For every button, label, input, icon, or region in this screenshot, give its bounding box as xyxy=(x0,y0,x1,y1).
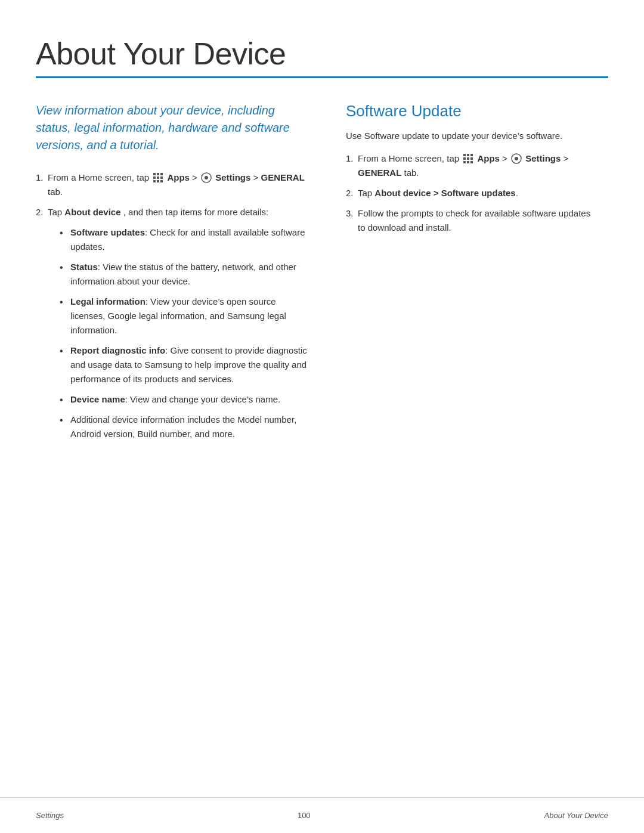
right-column: Software Update Use Software update to u… xyxy=(346,102,596,241)
bullet-list: Software updates: Check for and install … xyxy=(60,225,310,441)
right-step2-prefix: Tap xyxy=(358,188,372,198)
right-step2-suffix: . xyxy=(516,188,518,198)
step2-about-device: About device xyxy=(64,207,120,217)
svg-rect-2 xyxy=(160,173,163,175)
svg-rect-0 xyxy=(153,173,156,175)
right-step-1: From a Home screen, tap xyxy=(346,151,596,180)
svg-rect-3 xyxy=(153,176,156,179)
footer-left-label: Settings xyxy=(36,811,64,820)
step2-prefix: Tap xyxy=(48,207,62,217)
right-step-3: Follow the prompts to check for availabl… xyxy=(346,206,596,235)
left-step-2: Tap About device , and then tap items fo… xyxy=(36,205,310,441)
two-column-layout: View information about your device, incl… xyxy=(36,102,608,450)
page-footer: Settings 100 About Your Device xyxy=(0,797,644,833)
bullet-status: Status: View the status of the battery, … xyxy=(60,260,310,289)
svg-rect-15 xyxy=(463,157,466,160)
svg-rect-6 xyxy=(153,180,156,182)
right-step1-prefix: From a Home screen, tap xyxy=(358,153,459,163)
left-step-1: From a Home screen, tap xyxy=(36,171,310,199)
left-steps-list: From a Home screen, tap xyxy=(36,171,310,441)
svg-rect-8 xyxy=(160,180,163,182)
footer-right-label: About Your Device xyxy=(544,811,608,820)
bullet-bold-2: Legal information xyxy=(70,296,145,306)
right-settings-icon xyxy=(511,153,522,164)
page-title: About Your Device xyxy=(36,36,608,72)
right-step2-bold: About device > Software updates xyxy=(374,188,515,198)
apps-icon xyxy=(153,172,163,183)
footer-page-number: 100 xyxy=(298,811,311,820)
step1-tab: tab. xyxy=(48,187,63,197)
step1-apps-label: Apps xyxy=(167,172,190,182)
step1-prefix: From a Home screen, tap xyxy=(48,172,149,182)
bullet-software-updates: Software updates: Check for and install … xyxy=(60,225,310,254)
bullet-text-1: : View the status of the battery, networ… xyxy=(70,262,296,286)
bullet-device-name: Device name: View and change your device… xyxy=(60,392,310,407)
svg-point-22 xyxy=(515,157,518,160)
bullet-bold-1: Status xyxy=(70,262,98,272)
bullet-report-diagnostic: Report diagnostic info: Give consent to … xyxy=(60,343,310,386)
right-step1-tab: tab. xyxy=(404,168,419,178)
step1-settings-label: Settings xyxy=(215,172,250,182)
bullet-text-4: : View and change your device’s name. xyxy=(125,394,280,404)
svg-rect-18 xyxy=(463,161,466,163)
bullet-text-5: Additional device information includes t… xyxy=(70,414,296,439)
settings-icon xyxy=(201,172,212,183)
svg-rect-5 xyxy=(160,176,163,179)
svg-rect-17 xyxy=(470,157,473,160)
svg-rect-4 xyxy=(157,176,159,179)
bullet-bold-3: Report diagnostic info xyxy=(70,345,165,355)
svg-rect-12 xyxy=(463,154,466,156)
right-step1-apps: Apps xyxy=(477,153,500,163)
bullet-legal-information: Legal information: View your device’s op… xyxy=(60,295,310,337)
svg-rect-14 xyxy=(470,154,473,156)
right-step1-settings: Settings xyxy=(525,153,561,163)
intro-text: View information about your device, incl… xyxy=(36,102,310,154)
svg-point-10 xyxy=(205,176,208,179)
step2-suffix: , and then tap items for more details: xyxy=(123,207,268,217)
svg-rect-7 xyxy=(157,180,159,182)
title-rule xyxy=(36,76,608,78)
svg-rect-19 xyxy=(467,161,469,163)
step1-general-label: GENERAL xyxy=(261,172,304,182)
software-update-title: Software Update xyxy=(346,102,596,120)
right-step-2: Tap About device > Software updates. xyxy=(346,186,596,200)
svg-rect-20 xyxy=(470,161,473,163)
right-steps-list: From a Home screen, tap xyxy=(346,151,596,235)
svg-rect-1 xyxy=(157,173,159,175)
bullet-additional-info: Additional device information includes t… xyxy=(60,413,310,441)
bullet-bold-0: Software updates xyxy=(70,227,145,237)
svg-rect-16 xyxy=(467,157,469,160)
software-update-intro: Use Software update to update your devic… xyxy=(346,129,596,143)
left-column: View information about your device, incl… xyxy=(36,102,310,450)
bullet-bold-4: Device name xyxy=(70,394,125,404)
right-step3-text: Follow the prompts to check for availabl… xyxy=(358,208,590,233)
right-step1-general: GENERAL xyxy=(358,168,401,178)
svg-rect-13 xyxy=(467,154,469,156)
right-apps-icon xyxy=(463,153,473,164)
